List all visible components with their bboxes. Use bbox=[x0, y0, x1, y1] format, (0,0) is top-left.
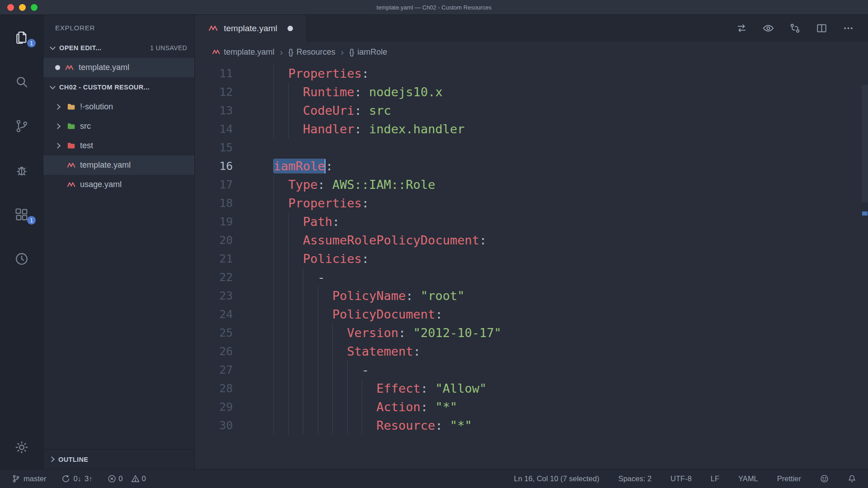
line-number[interactable]: 14 bbox=[195, 120, 233, 138]
activity-source-control-button[interactable] bbox=[0, 117, 43, 135]
code-line-13[interactable]: 13 CodeUri: src bbox=[195, 101, 868, 120]
line-number[interactable]: 27 bbox=[195, 361, 233, 379]
line-number[interactable]: 25 bbox=[195, 324, 233, 342]
scrollbar-thumb[interactable] bbox=[862, 85, 868, 202]
code-line-19[interactable]: 19 Path: bbox=[195, 212, 868, 231]
code-editor[interactable]: 11 Properties:12 Runtime: nodejs10.x13 C… bbox=[195, 62, 868, 469]
formatter-indicator[interactable]: Prettier bbox=[777, 474, 801, 483]
language-mode-indicator[interactable]: YAML bbox=[738, 474, 758, 483]
code-line-22[interactable]: 22 - bbox=[195, 268, 868, 286]
minimize-window-button[interactable] bbox=[19, 4, 26, 11]
line-number[interactable]: 29 bbox=[195, 398, 233, 416]
line-number[interactable]: 21 bbox=[195, 249, 233, 268]
code-line-27[interactable]: 27 - bbox=[195, 361, 868, 379]
git-branch-indicator[interactable]: master bbox=[12, 474, 46, 483]
more-actions-icon[interactable] bbox=[842, 22, 854, 34]
tree-item-test[interactable]: test bbox=[43, 136, 194, 155]
tab-template-yaml[interactable]: template.yaml bbox=[195, 15, 307, 42]
indent-guide bbox=[274, 249, 274, 268]
activity-debug-button[interactable] bbox=[0, 161, 43, 179]
code-line-30[interactable]: 30 Resource: "*" bbox=[195, 416, 868, 435]
activity-explorer-button[interactable]: 1 bbox=[0, 28, 43, 47]
indent-guide bbox=[274, 194, 274, 212]
code-line-20[interactable]: 20 AssumeRolePolicyDocument: bbox=[195, 231, 868, 249]
code-line-16[interactable]: 16iamRole: bbox=[195, 157, 868, 175]
breadcrumb-iamrole[interactable]: {}iamRole bbox=[349, 47, 387, 57]
activity-extensions-button[interactable]: 1 bbox=[0, 206, 43, 224]
outline-header[interactable]: OUTLINE bbox=[43, 449, 194, 469]
modified-dot[interactable] bbox=[288, 26, 293, 31]
code-line-17[interactable]: 17 Type: AWS::IAM::Role bbox=[195, 175, 868, 194]
open-editor-template-yaml[interactable]: template.yaml bbox=[43, 58, 194, 77]
line-number[interactable]: 28 bbox=[195, 379, 233, 398]
line-number[interactable]: 23 bbox=[195, 286, 233, 305]
code-line-29[interactable]: 29 Action: "*" bbox=[195, 398, 868, 416]
indent-guide bbox=[288, 101, 289, 120]
cursor-position-indicator[interactable]: Ln 16, Col 10 (7 selected) bbox=[514, 474, 599, 483]
line-number[interactable]: 20 bbox=[195, 231, 233, 249]
indent-guide bbox=[332, 361, 333, 379]
code-text: CodeUri: src bbox=[233, 101, 868, 120]
code-text: - bbox=[233, 361, 868, 379]
preview-eye-icon[interactable] bbox=[762, 22, 774, 34]
notifications-button[interactable] bbox=[848, 474, 856, 483]
line-number[interactable]: 26 bbox=[195, 342, 233, 361]
line-number[interactable]: 15 bbox=[195, 138, 233, 157]
indent-guide bbox=[318, 361, 318, 379]
code-line-23[interactable]: 23 PolicyName: "root" bbox=[195, 286, 868, 305]
line-number[interactable]: 19 bbox=[195, 212, 233, 231]
code-line-12[interactable]: 12 Runtime: nodejs10.x bbox=[195, 83, 868, 101]
indent-guide bbox=[274, 342, 274, 361]
encoding-indicator[interactable]: UTF-8 bbox=[670, 474, 692, 483]
line-number[interactable]: 22 bbox=[195, 268, 233, 286]
object-icon: {} bbox=[288, 47, 293, 57]
line-number[interactable]: 13 bbox=[195, 101, 233, 120]
problems-indicator[interactable]: 0 0 bbox=[108, 474, 146, 483]
line-number[interactable]: 24 bbox=[195, 305, 233, 324]
code-line-14[interactable]: 14 Handler: index.handler bbox=[195, 120, 868, 138]
settings-button[interactable] bbox=[0, 438, 43, 456]
sync-indicator[interactable]: 0↓ 3↑ bbox=[61, 474, 92, 483]
activity-history-button[interactable] bbox=[0, 250, 43, 268]
code-token: : bbox=[354, 103, 369, 117]
indent-guide bbox=[303, 286, 303, 305]
line-number[interactable]: 17 bbox=[195, 175, 233, 194]
compare-icon[interactable] bbox=[736, 22, 748, 34]
git-compare-icon[interactable] bbox=[789, 22, 801, 34]
folder-section-header[interactable]: CH02 - CUSTOM RESOUR... bbox=[43, 77, 194, 97]
yaml-icon bbox=[67, 161, 75, 169]
breadcrumb-resources[interactable]: {}Resources bbox=[288, 47, 335, 57]
smiley-icon bbox=[820, 474, 829, 483]
activity-search-button[interactable] bbox=[0, 73, 43, 91]
code-line-24[interactable]: 24 PolicyDocument: bbox=[195, 305, 868, 324]
indentation-indicator[interactable]: Spaces: 2 bbox=[618, 474, 651, 483]
tree-item-src[interactable]: src bbox=[43, 117, 194, 136]
zoom-window-button[interactable] bbox=[31, 4, 38, 11]
code-line-25[interactable]: 25 Version: "2012-10-17" bbox=[195, 324, 868, 342]
code-line-11[interactable]: 11 Properties: bbox=[195, 64, 868, 83]
code-token: : bbox=[362, 252, 369, 266]
line-number[interactable]: 18 bbox=[195, 194, 233, 212]
line-number[interactable]: 12 bbox=[195, 83, 233, 101]
scrollbar[interactable] bbox=[862, 62, 868, 469]
breadcrumb-template-yaml[interactable]: template.yaml bbox=[212, 47, 274, 57]
code-text: Handler: index.handler bbox=[233, 120, 868, 138]
tree-item-template-yaml[interactable]: template.yaml bbox=[43, 155, 194, 175]
split-editor-icon[interactable] bbox=[816, 22, 828, 34]
code-line-26[interactable]: 26 Statement: bbox=[195, 342, 868, 361]
feedback-button[interactable] bbox=[820, 474, 829, 483]
eol-indicator[interactable]: LF bbox=[711, 474, 719, 483]
window-title: template.yaml — Ch02 - Custom Resources bbox=[377, 4, 491, 11]
line-number[interactable]: 11 bbox=[195, 64, 233, 83]
tree-item-usage-yaml[interactable]: usage.yaml bbox=[43, 175, 194, 194]
close-window-button[interactable] bbox=[7, 4, 14, 11]
code-line-28[interactable]: 28 Effect: "Allow" bbox=[195, 379, 868, 398]
line-number[interactable]: 16 bbox=[195, 157, 233, 175]
tree-item-solution[interactable]: !-solution bbox=[43, 97, 194, 117]
line-number[interactable]: 30 bbox=[195, 416, 233, 435]
open-editors-header[interactable]: OPEN EDIT... 1 UNSAVED bbox=[43, 38, 194, 58]
code-line-21[interactable]: 21 Policies: bbox=[195, 249, 868, 268]
activity-bar: 1 1 bbox=[0, 15, 43, 469]
code-line-15[interactable]: 15 bbox=[195, 138, 868, 157]
code-line-18[interactable]: 18 Properties: bbox=[195, 194, 868, 212]
